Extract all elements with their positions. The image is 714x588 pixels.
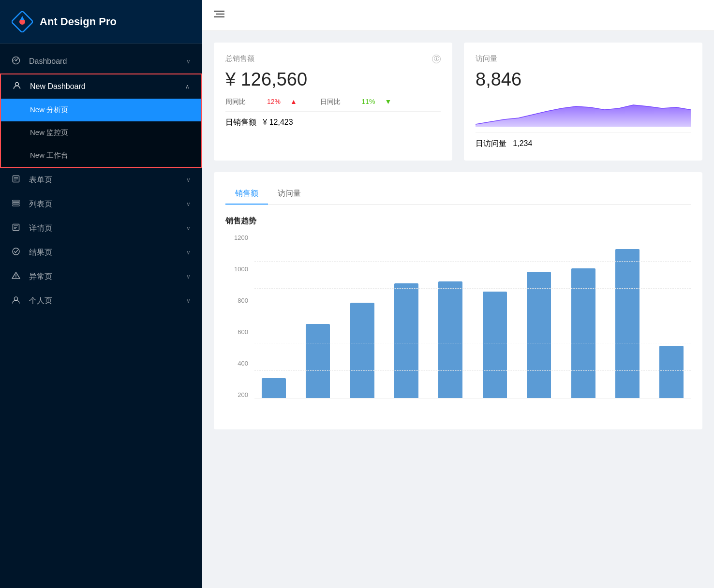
svg-rect-11 <box>13 203 19 204</box>
visits-value: 8,846 <box>476 69 691 90</box>
exception-icon <box>12 271 22 282</box>
sidebar-item-new-dashboard[interactable]: New Dashboard ∧ <box>1 74 201 99</box>
bar-9 <box>608 234 646 398</box>
trend-down-arrow: ▼ <box>385 98 391 106</box>
chevron-down-icon-exception: ∨ <box>186 273 191 280</box>
sidebar-item-list-label: 列表页 <box>29 199 186 209</box>
y-label-800: 800 <box>225 297 252 304</box>
bar-5 <box>431 234 470 398</box>
sidebar-item-detail[interactable]: 详情页 ∨ <box>0 216 202 240</box>
bar-7 <box>520 234 558 398</box>
sidebar-item-profile[interactable]: 个人页 ∨ <box>0 289 202 313</box>
daily-value: 11% <box>361 98 375 106</box>
logo-text: Ant Design Pro <box>40 15 117 28</box>
sidebar-item-exception[interactable]: 异常页 ∨ <box>0 265 202 289</box>
sidebar-item-new-analysis[interactable]: New 分析页 <box>1 99 201 121</box>
bar-3 <box>343 234 381 398</box>
daily-visits-label: 日访问量 <box>476 139 506 147</box>
chevron-down-icon-form: ∨ <box>186 176 191 183</box>
sidebar-item-exception-label: 异常页 <box>29 272 186 282</box>
svg-rect-10 <box>13 200 19 202</box>
sales-comparisons: 周同比 12% ▲ 日同比 11% ▼ <box>225 98 441 106</box>
y-label-1200: 1200 <box>225 234 252 241</box>
tab-sales-label: 销售额 <box>235 189 258 197</box>
new-dashboard-section: New Dashboard ∧ New 分析页 New 监控页 New 工作台 <box>0 74 202 168</box>
y-label-1000: 1000 <box>225 265 252 273</box>
tab-sales[interactable]: 销售额 <box>225 184 268 205</box>
bar-4 <box>387 234 425 398</box>
y-label-400: 400 <box>225 360 252 367</box>
bar-6 <box>476 234 514 398</box>
svg-point-5 <box>15 83 19 86</box>
sales-title-text: 总销售额 <box>225 54 254 63</box>
sidebar-item-new-dashboard-label: New Dashboard <box>30 82 185 91</box>
new-workspace-label: New 工作台 <box>30 151 68 159</box>
chart-title: 销售趋势 <box>225 216 691 226</box>
sidebar-item-list[interactable]: 列表页 ∨ <box>0 192 202 216</box>
svg-rect-12 <box>13 205 19 206</box>
chevron-down-icon-profile: ∨ <box>186 297 191 304</box>
bar-chart: 200 400 600 800 1000 1200 <box>225 234 691 418</box>
new-monitor-label: New 监控页 <box>30 128 68 136</box>
sidebar-item-result[interactable]: 结果页 ∨ <box>0 240 202 265</box>
chevron-down-icon-detail: ∨ <box>186 225 191 232</box>
sidebar-item-new-monitor[interactable]: New 监控页 <box>1 121 201 144</box>
sidebar-item-form-label: 表单页 <box>29 175 186 185</box>
sales-value: ¥ 126,560 <box>225 69 441 90</box>
daily-visits-value: 1,234 <box>513 139 532 147</box>
sales-stat-card: 总销售额 ⓘ ¥ 126,560 周同比 12% ▲ 日同比 11% ▼ 日销 <box>214 43 452 161</box>
svg-point-21 <box>15 297 18 300</box>
visits-mini-chart <box>476 98 691 127</box>
sales-info-icon[interactable]: ⓘ <box>432 55 441 63</box>
chevron-down-icon: ∨ <box>186 58 191 65</box>
new-dashboard-submenu: New 分析页 New 监控页 New 工作台 <box>1 99 201 167</box>
svg-point-17 <box>13 248 19 255</box>
sales-card-title: 总销售额 ⓘ <box>225 54 441 63</box>
sidebar-nav: Dashboard ∨ New Dashboard ∧ New 分析页 <box>0 44 202 588</box>
sidebar-item-detail-label: 详情页 <box>29 223 186 234</box>
user-icon <box>13 81 23 92</box>
profile-icon <box>12 295 22 306</box>
sidebar-item-dashboard-label: Dashboard <box>29 57 186 66</box>
tab-visits-label: 访问量 <box>278 189 301 197</box>
sidebar-item-result-label: 结果页 <box>29 248 186 258</box>
trend-up-arrow: ▲ <box>290 98 297 106</box>
sidebar-item-profile-label: 个人页 <box>29 296 186 306</box>
visits-footer: 日访问量 1,234 <box>476 132 691 149</box>
list-icon <box>12 199 22 209</box>
y-label-600: 600 <box>225 328 252 336</box>
bar-1 <box>254 234 293 398</box>
bar-2 <box>298 234 337 398</box>
sidebar-item-dashboard[interactable]: Dashboard ∨ <box>0 49 202 74</box>
weekly-value: 12% <box>267 98 281 106</box>
tab-visits[interactable]: 访问量 <box>268 184 311 205</box>
visits-title-text: 访问量 <box>476 54 497 63</box>
bar-chart-area <box>254 234 691 398</box>
result-icon <box>12 247 22 258</box>
y-label-200: 200 <box>225 391 252 398</box>
collapse-menu-button[interactable] <box>214 10 224 21</box>
svg-marker-2 <box>20 16 24 20</box>
sidebar-item-new-workspace[interactable]: New 工作台 <box>1 144 201 167</box>
sales-footer: 日销售额 ¥ 12,423 <box>225 111 441 128</box>
daily-sales-label: 日销售额 <box>225 118 256 126</box>
stats-row: 总销售额 ⓘ ¥ 126,560 周同比 12% ▲ 日同比 11% ▼ 日销 <box>214 43 702 161</box>
detail-icon <box>12 223 22 234</box>
bar-chart-y-axis: 200 400 600 800 1000 1200 <box>225 234 252 398</box>
visits-stat-card: 访问量 8,846 <box>464 43 702 161</box>
ant-design-logo-icon <box>12 11 33 32</box>
sidebar: Ant Design Pro Dashboard ∨ <box>0 0 202 588</box>
chart-card: 销售额 访问量 销售趋势 200 400 600 800 1000 1200 <box>214 172 702 429</box>
sidebar-logo: Ant Design Pro <box>0 0 202 44</box>
form-icon <box>12 175 22 185</box>
weekly-label: 周同比 <box>225 98 246 106</box>
svg-point-4 <box>15 60 17 61</box>
visits-card-title: 访问量 <box>476 54 691 63</box>
content-area: 总销售额 ⓘ ¥ 126,560 周同比 12% ▲ 日同比 11% ▼ 日销 <box>202 31 714 588</box>
sidebar-item-form[interactable]: 表单页 ∨ <box>0 168 202 192</box>
dashboard-icon <box>12 56 22 67</box>
chevron-down-icon-result: ∨ <box>186 249 191 256</box>
bar-10 <box>653 234 691 398</box>
daily-sales-value: ¥ 12,423 <box>263 118 293 126</box>
bar-8 <box>564 234 602 398</box>
